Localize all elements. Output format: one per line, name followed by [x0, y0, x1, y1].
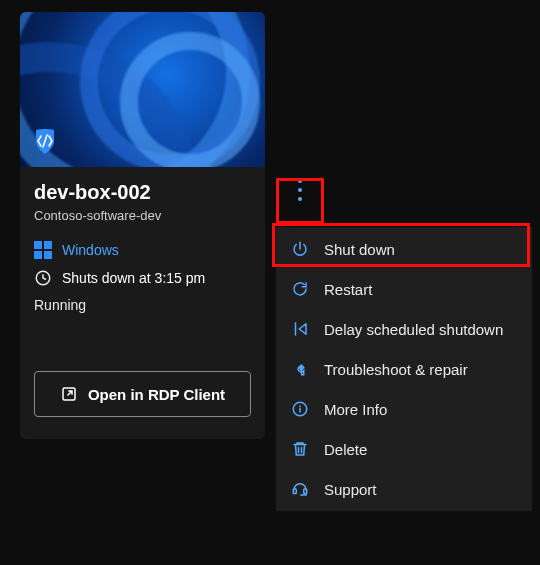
dev-box-card: dev-box-002 Contoso-software-dev Windows…	[20, 12, 265, 439]
devbox-badge-icon	[30, 127, 60, 157]
open-external-icon	[60, 385, 78, 403]
more-actions-button[interactable]	[281, 171, 319, 209]
restart-icon	[290, 279, 310, 299]
info-icon	[290, 399, 310, 419]
trash-icon	[290, 439, 310, 459]
wrench-icon	[290, 359, 310, 379]
menu-item-delay[interactable]: Delay scheduled shutdown	[276, 309, 532, 349]
card-subtitle: Contoso-software-dev	[34, 208, 251, 223]
headset-icon	[290, 479, 310, 499]
clock-icon	[34, 269, 52, 287]
menu-item-label: Support	[324, 481, 377, 498]
menu-item-delete[interactable]: Delete	[276, 429, 532, 469]
menu-item-restart[interactable]: Restart	[276, 269, 532, 309]
menu-item-label: Restart	[324, 281, 372, 298]
menu-item-troubleshoot[interactable]: Troubleshoot & repair	[276, 349, 532, 389]
menu-item-label: Delete	[324, 441, 367, 458]
actions-menu: Shut down Restart Delay scheduled shutdo…	[276, 227, 532, 511]
power-icon	[290, 239, 310, 259]
delay-icon	[290, 319, 310, 339]
menu-item-label: More Info	[324, 401, 387, 418]
menu-item-label: Troubleshoot & repair	[324, 361, 468, 378]
schedule-text: Shuts down at 3:15 pm	[62, 270, 205, 286]
status-text: Running	[34, 297, 251, 313]
os-label[interactable]: Windows	[62, 242, 119, 258]
windows-icon	[34, 241, 52, 259]
open-rdp-button[interactable]: Open in RDP Client	[34, 371, 251, 417]
card-title: dev-box-002	[34, 181, 251, 204]
menu-item-support[interactable]: Support	[276, 469, 532, 509]
menu-item-info[interactable]: More Info	[276, 389, 532, 429]
menu-item-shutdown[interactable]: Shut down	[276, 229, 532, 269]
svg-rect-3	[293, 489, 296, 494]
menu-item-label: Shut down	[324, 241, 395, 258]
menu-item-label: Delay scheduled shutdown	[324, 321, 503, 338]
open-rdp-label: Open in RDP Client	[88, 386, 225, 403]
card-thumbnail	[20, 12, 265, 167]
kebab-icon	[298, 179, 302, 201]
